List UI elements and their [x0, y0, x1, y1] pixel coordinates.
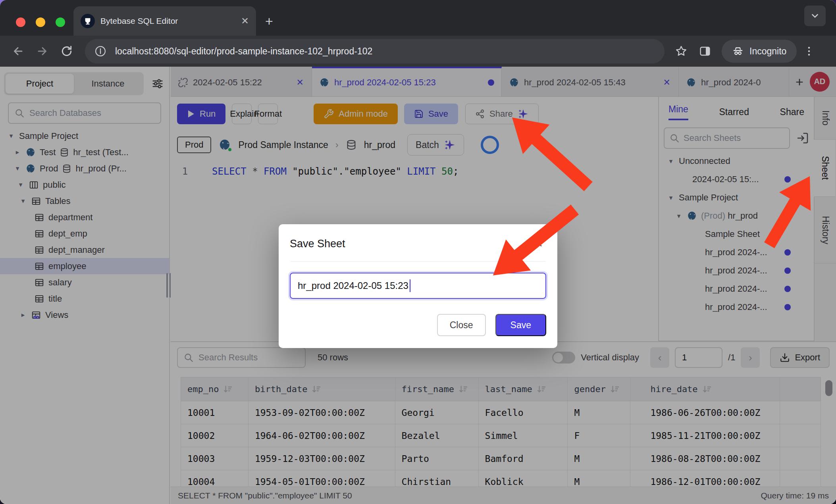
maximize-window-button[interactable] — [56, 17, 65, 27]
incognito-icon — [732, 45, 744, 57]
minimize-window-button[interactable] — [36, 17, 45, 27]
save-sheet-dialog: Save Sheet ✕ hr_prod 2024-02-05 15:23 Cl… — [279, 224, 557, 348]
browser-tab-title: Bytebase SQL Editor — [100, 16, 235, 26]
site-info-icon[interactable] — [94, 45, 106, 57]
browser-window: Bytebase SQL Editor ✕ + localhost:8080/s… — [0, 0, 836, 504]
url-text: localhost:8080/sql-editor/prod-sample-in… — [115, 46, 372, 57]
browser-menu-icon[interactable] — [803, 45, 815, 57]
dialog-close-button[interactable]: Close — [437, 314, 486, 336]
close-window-button[interactable] — [16, 17, 25, 27]
browser-tab-close-icon[interactable]: ✕ — [241, 15, 249, 27]
sheet-name-input[interactable]: hr_prod 2024-02-05 15:23 — [290, 273, 546, 299]
incognito-label: Incognito — [749, 46, 786, 57]
browser-toolbar: localhost:8080/sql-editor/prod-sample-in… — [0, 36, 836, 67]
text-cursor — [410, 279, 410, 292]
url-bar[interactable]: localhost:8080/sql-editor/prod-sample-in… — [85, 39, 665, 63]
reload-icon[interactable] — [60, 45, 73, 58]
bytebase-favicon-icon — [81, 14, 95, 28]
bookmark-star-icon[interactable] — [675, 45, 688, 58]
new-tab-button[interactable]: + — [265, 14, 273, 28]
dialog-close-icon[interactable]: ✕ — [531, 236, 546, 252]
side-panel-icon[interactable] — [699, 45, 711, 58]
sheet-name-value: hr_prod 2024-02-05 15:23 — [298, 280, 408, 291]
dialog-save-button[interactable]: Save — [495, 314, 546, 336]
macos-traffic-lights — [16, 17, 65, 27]
forward-icon[interactable] — [36, 44, 49, 58]
back-icon[interactable] — [11, 44, 25, 58]
dialog-title: Save Sheet — [290, 238, 345, 250]
tab-search-button[interactable] — [804, 6, 826, 26]
browser-titlebar: Bytebase SQL Editor ✕ + — [0, 0, 836, 36]
browser-tab[interactable]: Bytebase SQL Editor ✕ — [73, 6, 256, 36]
incognito-badge: Incognito — [722, 40, 797, 63]
chevron-down-icon — [810, 11, 820, 21]
